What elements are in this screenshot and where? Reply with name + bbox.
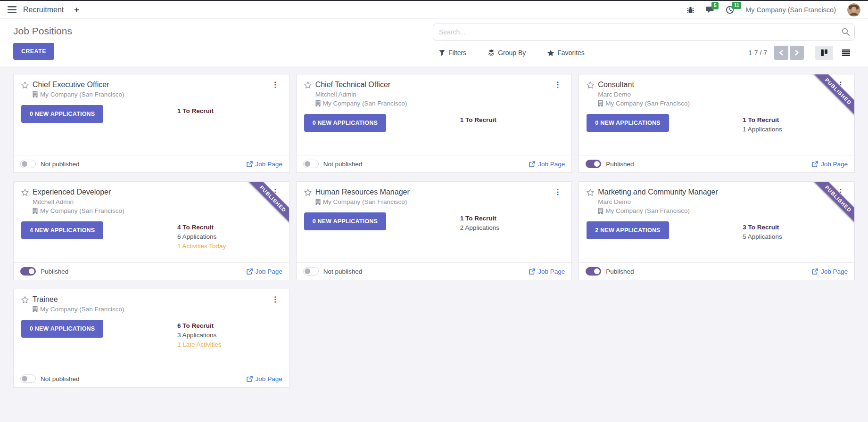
applications-count[interactable]: 6 Applications <box>177 232 281 242</box>
applications-count[interactable]: 2 Applications <box>460 223 564 233</box>
new-applications-button[interactable]: 4 NEW APPLICATIONS <box>21 221 103 239</box>
to-recruit-count[interactable]: 3 To Recruit <box>743 223 847 232</box>
card-footer: Published Job Page <box>14 262 289 280</box>
publish-toggle[interactable] <box>20 267 36 276</box>
job-page-link[interactable]: Job Page <box>247 375 282 382</box>
favorite-star-icon[interactable] <box>587 189 594 196</box>
favorite-star-icon[interactable] <box>304 189 312 196</box>
activities-count[interactable]: 1 Late Activities <box>177 340 281 349</box>
job-title[interactable]: Experienced Developer <box>33 188 111 196</box>
pager-next-button[interactable] <box>790 46 804 60</box>
job-page-label: Job Page <box>821 268 848 275</box>
create-button[interactable]: CREATE <box>13 43 54 60</box>
kebab-menu-icon[interactable]: ⋮ <box>552 81 564 89</box>
job-position-card[interactable]: Trainee ⋮ My Company (San Francisco) 0 N… <box>13 289 289 388</box>
chevron-left-icon <box>779 50 784 56</box>
debug-bug-icon[interactable] <box>687 6 694 14</box>
card-footer: Not published Job Page <box>14 155 289 172</box>
publish-status-label: Published <box>606 161 634 168</box>
manager-name: Mitchell Admin <box>315 91 356 98</box>
publish-toggle[interactable] <box>20 160 36 168</box>
job-title[interactable]: Trainee <box>33 295 58 304</box>
to-recruit-count[interactable]: 1 To Recruit <box>743 115 847 125</box>
publish-toggle[interactable] <box>303 267 319 276</box>
kanban-view-button[interactable] <box>815 46 833 60</box>
job-page-link[interactable]: Job Page <box>529 161 565 168</box>
job-page-label: Job Page <box>256 268 282 275</box>
new-applications-button[interactable]: 0 NEW APPLICATIONS <box>304 114 386 132</box>
user-avatar[interactable] <box>847 3 860 16</box>
view-switcher <box>815 46 855 60</box>
job-position-card[interactable]: Chief Executive Officer ⋮ My Company (Sa… <box>13 74 289 173</box>
apps-menu-icon[interactable] <box>8 6 17 13</box>
new-applications-button[interactable]: 0 NEW APPLICATIONS <box>304 212 386 230</box>
search-input[interactable] <box>433 24 855 41</box>
new-applications-button[interactable]: 0 NEW APPLICATIONS <box>21 105 103 123</box>
new-applications-button[interactable]: 2 NEW APPLICATIONS <box>587 221 669 239</box>
toggle-knob <box>305 161 310 167</box>
list-view-button[interactable] <box>837 46 855 60</box>
search-icon[interactable] <box>842 28 850 38</box>
new-applications-button[interactable]: 0 NEW APPLICATIONS <box>587 114 669 132</box>
manager-name: Marc Demo <box>598 198 631 205</box>
favorite-star-icon[interactable] <box>21 189 29 196</box>
kebab-menu-icon[interactable]: ⋮ <box>269 188 281 196</box>
publish-toggle[interactable] <box>303 160 319 168</box>
favorite-star-icon[interactable] <box>587 81 594 89</box>
to-recruit-count[interactable]: 1 To Recruit <box>460 115 564 125</box>
job-position-card[interactable]: Human Resources Manager ⋮ My Company (Sa… <box>296 181 572 280</box>
kebab-menu-icon[interactable]: ⋮ <box>552 188 564 196</box>
manager-name: Mitchell Admin <box>33 198 74 205</box>
manager-line: Mitchell Admin <box>33 198 281 205</box>
job-position-card[interactable]: PUBLISHED Marketing and Community Manage… <box>579 181 855 280</box>
manager-line: Marc Demo <box>598 91 847 98</box>
job-title[interactable]: Human Resources Manager <box>315 188 410 196</box>
job-page-link[interactable]: Job Page <box>812 268 848 275</box>
publish-status-label: Not published <box>323 268 363 275</box>
job-page-link[interactable]: Job Page <box>529 268 565 275</box>
kebab-menu-icon[interactable]: ⋮ <box>269 296 281 303</box>
applications-count[interactable]: 1 Applications <box>743 125 847 134</box>
publish-toggle[interactable] <box>586 267 601 276</box>
publish-status-label: Not published <box>41 375 80 382</box>
job-position-card[interactable]: Chief Technical Officer ⋮ Mitchell Admin… <box>296 74 572 173</box>
job-page-link[interactable]: Job Page <box>247 161 282 168</box>
job-position-card[interactable]: PUBLISHED Consultant ⋮ Marc Demo My Comp… <box>579 74 855 173</box>
job-title[interactable]: Consultant <box>598 81 634 89</box>
applications-count[interactable]: 3 Applications <box>177 331 281 340</box>
kebab-menu-icon[interactable]: ⋮ <box>835 188 847 196</box>
favorite-star-icon[interactable] <box>304 81 312 89</box>
company-switcher[interactable]: My Company (San Francisco) <box>745 6 836 14</box>
publish-status-label: Not published <box>41 161 80 168</box>
job-page-link[interactable]: Job Page <box>812 161 848 168</box>
kebab-menu-icon[interactable]: ⋮ <box>835 81 847 89</box>
activities-count[interactable]: 1 Activities Today <box>177 242 281 251</box>
pager-previous-button[interactable] <box>774 46 788 60</box>
kebab-menu-icon[interactable]: ⋮ <box>269 81 281 89</box>
external-link-icon <box>247 268 253 275</box>
to-recruit-count[interactable]: 4 To Recruit <box>177 223 281 232</box>
applications-count[interactable]: 5 Applications <box>743 232 847 242</box>
job-page-link[interactable]: Job Page <box>247 268 282 275</box>
activities-clock-icon[interactable]: 11 <box>726 6 734 14</box>
publish-toggle[interactable] <box>20 374 36 383</box>
job-title[interactable]: Chief Technical Officer <box>315 81 390 89</box>
group-by-button[interactable]: Group By <box>488 49 526 57</box>
app-name[interactable]: Recruitment <box>23 6 64 14</box>
messages-icon[interactable]: 5 <box>705 6 714 14</box>
new-applications-button[interactable]: 0 NEW APPLICATIONS <box>21 320 103 338</box>
to-recruit-count[interactable]: 6 To Recruit <box>177 321 281 331</box>
publish-toggle[interactable] <box>586 160 601 168</box>
favorite-star-icon[interactable] <box>21 296 29 303</box>
favorite-star-icon[interactable] <box>21 81 29 89</box>
plus-icon[interactable]: + <box>74 6 79 14</box>
to-recruit-count[interactable]: 1 To Recruit <box>460 214 564 223</box>
to-recruit-count[interactable]: 1 To Recruit <box>177 106 281 116</box>
job-title[interactable]: Marketing and Community Manager <box>598 188 718 196</box>
job-position-card[interactable]: PUBLISHED Experienced Developer ⋮ Mitche… <box>13 181 289 280</box>
company-line: My Company (San Francisco) <box>33 306 281 313</box>
toggle-knob <box>305 268 310 274</box>
job-title[interactable]: Chief Executive Officer <box>33 81 109 89</box>
favorites-button[interactable]: Favorites <box>547 49 585 57</box>
filters-button[interactable]: Filters <box>439 49 466 57</box>
